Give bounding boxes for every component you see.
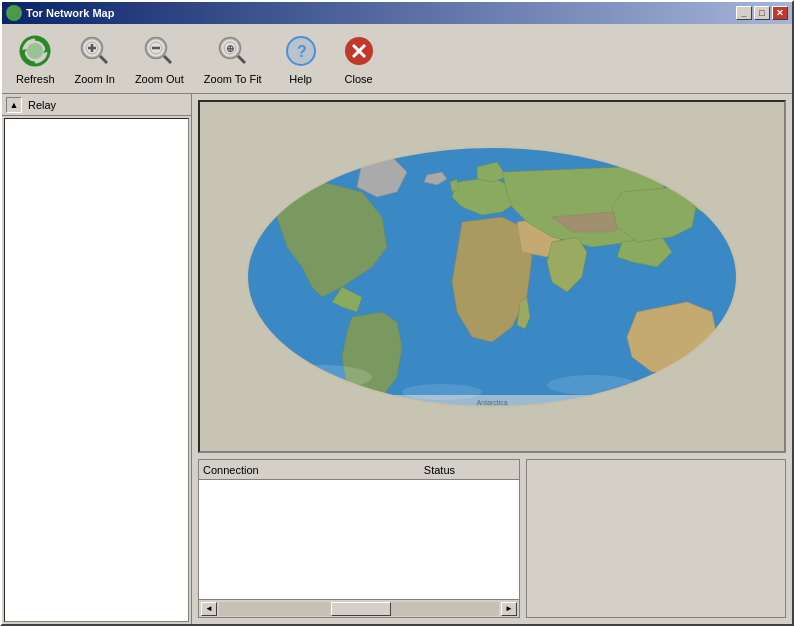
svg-text:Antarctica: Antarctica [476, 399, 507, 406]
close-label: Close [345, 73, 373, 85]
refresh-button[interactable]: Refresh [10, 31, 61, 87]
scroll-right-button[interactable]: ► [501, 602, 517, 616]
svg-text:⊕: ⊕ [226, 43, 234, 54]
left-panel: ▲ Relay [2, 94, 192, 624]
window-close-button[interactable]: ✕ [772, 6, 788, 20]
help-icon: ? [283, 33, 319, 69]
connection-column-label: Connection [203, 464, 259, 476]
connection-header: Connection Status [199, 460, 519, 480]
info-panel [526, 459, 786, 618]
zoom-to-fit-button[interactable]: ⊕ Zoom To Fit [198, 31, 268, 87]
connection-scrollbar: ◄ ► [199, 599, 519, 617]
connection-panel: Connection Status ◄ ► [198, 459, 520, 618]
relay-list[interactable] [4, 118, 189, 622]
main-content: ▲ Relay [2, 94, 792, 624]
svg-line-18 [238, 56, 245, 63]
svg-line-8 [100, 56, 107, 63]
zoom-in-button[interactable]: Zoom In [69, 31, 121, 87]
help-label: Help [289, 73, 312, 85]
zoom-out-label: Zoom Out [135, 73, 184, 85]
status-column-label: Status [424, 464, 455, 476]
toolbar: Refresh Zoom In [2, 24, 792, 94]
svg-point-3 [27, 43, 43, 59]
maximize-button[interactable]: □ [754, 6, 770, 20]
scroll-left-button[interactable]: ◄ [201, 602, 217, 616]
minimize-button[interactable]: _ [736, 6, 752, 20]
connection-list[interactable] [199, 480, 519, 599]
zoom-in-label: Zoom In [75, 73, 115, 85]
svg-point-32 [402, 384, 482, 400]
close-icon [341, 33, 377, 69]
zoom-out-button[interactable]: Zoom Out [129, 31, 190, 87]
zoom-out-icon [141, 33, 177, 69]
main-window: Tor Network Map _ □ ✕ Refresh [0, 0, 794, 626]
window-controls: _ □ ✕ [736, 6, 788, 20]
scroll-track[interactable] [219, 602, 499, 616]
zoom-in-icon [77, 33, 113, 69]
relay-header: ▲ Relay [2, 94, 191, 116]
refresh-icon [17, 33, 53, 69]
refresh-label: Refresh [16, 73, 55, 85]
relay-column-label: Relay [28, 99, 56, 111]
svg-point-33 [547, 375, 637, 395]
bottom-area: Connection Status ◄ ► [192, 459, 792, 624]
right-panel: Antarctica [192, 94, 792, 624]
zoom-fit-icon: ⊕ [215, 33, 251, 69]
help-button[interactable]: ? Help [276, 31, 326, 87]
svg-line-13 [164, 56, 171, 63]
title-bar: Tor Network Map _ □ ✕ [2, 2, 792, 24]
map-area[interactable]: Antarctica [198, 100, 786, 453]
app-icon [6, 5, 22, 21]
world-map: Antarctica [242, 137, 742, 417]
svg-text:?: ? [297, 43, 307, 60]
sort-button[interactable]: ▲ [6, 97, 22, 113]
scroll-thumb[interactable] [331, 602, 391, 616]
window-title: Tor Network Map [26, 7, 732, 19]
zoom-to-fit-label: Zoom To Fit [204, 73, 262, 85]
close-button[interactable]: Close [334, 31, 384, 87]
